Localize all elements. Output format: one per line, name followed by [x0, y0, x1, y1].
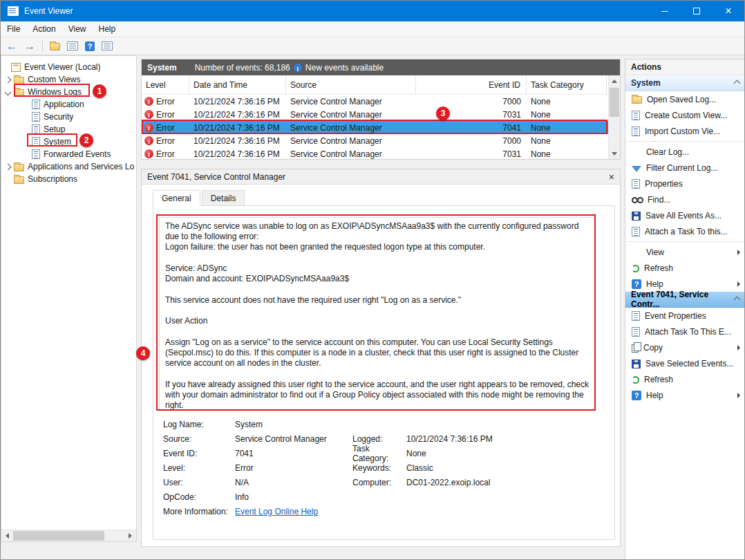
tree-item-label: Security [44, 112, 73, 122]
actions-separator [627, 241, 744, 242]
back-icon[interactable]: ← [6, 41, 17, 52]
detail-close-icon[interactable]: × [609, 172, 614, 182]
tree-item-label: Setup [44, 124, 65, 134]
scroll-up-button[interactable] [609, 75, 620, 86]
action-attach-task-to-log[interactable]: Attach a Task To this... [625, 223, 745, 239]
event-row[interactable]: Error 10/21/2024 7:36:16 PM Service Cont… [142, 134, 608, 147]
action-label: Save All Events As... [645, 211, 722, 221]
event-row[interactable]: Error 10/21/2024 7:36:16 PM Service Cont… [142, 95, 608, 108]
close-button[interactable]: × [713, 1, 744, 21]
console-tree-panel: Event Viewer (Local) Custom Views Window… [1, 55, 137, 542]
tab-general[interactable]: General [153, 190, 200, 206]
show-console-tree-icon[interactable] [67, 41, 78, 50]
events-list-header: System Number of events: 68,186 New even… [142, 59, 620, 75]
action-view[interactable]: View [625, 244, 745, 260]
column-header-source[interactable]: Source [286, 75, 416, 94]
cell-date: 10/21/2024 7:36:16 PM [189, 149, 286, 159]
event-row[interactable]: Error 10/21/2024 7:36:16 PM Service Cont… [142, 147, 608, 160]
scroll-right-button[interactable] [124, 530, 136, 541]
field-value: DC01-2022.exoip.local [406, 478, 614, 487]
tree-item-event-viewer-local[interactable]: Event Viewer (Local) [1, 61, 136, 73]
action-refresh-event[interactable]: Refresh [625, 371, 745, 387]
action-save-selected-events[interactable]: Save Selected Events... [625, 355, 745, 371]
column-header-date[interactable]: Date and Time [189, 75, 286, 94]
field-value: Service Control Manager [235, 434, 352, 444]
action-refresh[interactable]: Refresh [625, 260, 745, 276]
error-icon [144, 149, 153, 158]
action-attach-task-to-event[interactable]: Attach Task To This E... [625, 324, 745, 339]
scroll-right-icon [129, 533, 132, 539]
actions-section-system[interactable]: System [625, 75, 745, 91]
show-action-pane-icon[interactable] [102, 41, 113, 50]
chevron-right-icon[interactable] [5, 76, 12, 83]
events-vertical-scrollbar[interactable] [608, 75, 620, 159]
action-label: Properties [645, 179, 683, 189]
action-filter-current-log[interactable]: Filter Current Log... [625, 160, 745, 176]
maximize-button[interactable] [681, 1, 713, 21]
action-label: Help [646, 279, 663, 289]
action-help-event[interactable]: Help [625, 387, 745, 403]
field-value: Error [235, 463, 352, 473]
scroll-left-button[interactable] [1, 530, 13, 541]
action-open-saved-log[interactable]: Open Saved Log... [625, 91, 745, 107]
new-events-text: New events available [305, 63, 384, 73]
action-help[interactable]: Help [625, 276, 745, 292]
field-label: User: [163, 478, 235, 487]
field-label: Keywords: [352, 463, 406, 473]
tree-item-label: Event Viewer (Local) [24, 62, 101, 72]
scroll-down-button[interactable] [609, 148, 620, 159]
action-properties[interactable]: Properties [625, 176, 745, 192]
tree-horizontal-scrollbar[interactable] [1, 530, 136, 541]
field-label: Level: [163, 463, 235, 473]
field-row: OpCode: Info [153, 489, 614, 504]
find-icon [632, 197, 643, 204]
column-header-task-category[interactable]: Task Category [527, 75, 607, 94]
action-save-all-events-as[interactable]: Save All Events As... [625, 207, 745, 223]
action-import-custom-view[interactable]: Import Custom Vie... [625, 123, 745, 139]
action-label: View [646, 248, 664, 257]
section-title: System [631, 78, 661, 88]
filter-icon [632, 166, 641, 172]
menu-file[interactable]: File [1, 22, 26, 36]
close-icon: × [725, 6, 731, 17]
refresh-icon [632, 265, 639, 272]
forward-icon[interactable]: → [24, 41, 35, 52]
action-create-custom-view[interactable]: Create Custom View... [625, 107, 745, 123]
field-row-more-information: More Information: Event Log Online Help [153, 504, 614, 519]
annotation-step-4: 4 [136, 346, 150, 360]
scrollbar-thumb[interactable] [610, 88, 619, 117]
column-header-level[interactable]: Level [142, 75, 189, 94]
cell-task-category: None [527, 149, 607, 159]
open-saved-log-toolbar-icon[interactable] [50, 43, 60, 50]
collapse-icon[interactable] [734, 296, 741, 303]
import-custom-view-icon [632, 127, 640, 136]
chevron-spacer [6, 177, 10, 182]
action-clear-log[interactable]: Clear Log... [625, 144, 745, 160]
action-copy[interactable]: Copy [625, 339, 745, 355]
refresh-icon [632, 376, 639, 384]
tree-item-application[interactable]: Application [1, 98, 136, 111]
event-log-online-help-link[interactable]: Event Log Online Help [235, 507, 352, 516]
tree-item-forwarded-events[interactable]: Forwarded Events [1, 148, 136, 160]
menu-help[interactable]: Help [93, 22, 122, 36]
menu-action[interactable]: Action [26, 22, 62, 36]
annotation-step-2: 2 [79, 133, 93, 147]
tree-item-applications-and-services[interactable]: Applications and Services Lo [1, 160, 136, 173]
action-label: Attach Task To This E... [645, 327, 731, 337]
action-event-properties[interactable]: Event Properties [625, 308, 745, 324]
action-find[interactable]: Find... [625, 192, 745, 207]
field-value: 10/21/2024 7:36:16 PM [406, 434, 614, 444]
column-header-event-id[interactable]: Event ID [416, 75, 527, 94]
tab-details[interactable]: Details [202, 190, 245, 206]
help-toolbar-icon[interactable] [85, 41, 95, 51]
chevron-right-icon[interactable] [5, 163, 12, 170]
minimize-button[interactable] [649, 1, 681, 21]
collapse-icon[interactable] [734, 80, 741, 86]
tree-item-security[interactable]: Security [1, 111, 136, 123]
actions-section-event-7041[interactable]: Event 7041, Service Contr... [625, 292, 745, 308]
chevron-down-icon[interactable] [5, 88, 12, 95]
cell-task-category: None [527, 97, 607, 106]
scrollbar-thumb[interactable] [13, 531, 104, 541]
tree-item-subscriptions[interactable]: Subscriptions [1, 173, 136, 185]
menu-view[interactable]: View [62, 22, 93, 36]
